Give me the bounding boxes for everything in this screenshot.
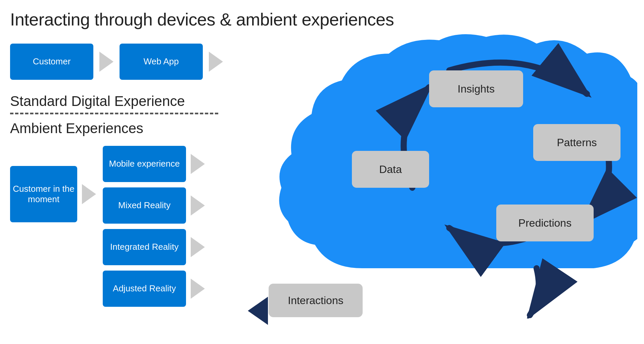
mobile-button[interactable]: Mobile experience	[103, 146, 186, 182]
adjusted-row: Adjusted Reality	[103, 271, 205, 307]
data-box: Data	[352, 151, 429, 188]
standard-digital-label: Standard Digital Experience	[10, 93, 245, 109]
page-title: Interacting through devices & ambient ex…	[10, 9, 394, 30]
mixed-reality-button[interactable]: Mixed Reality	[103, 187, 186, 224]
arrow-integrated	[191, 237, 205, 257]
ambient-experiences-label: Ambient Experiences	[10, 120, 245, 136]
arrow-mixed	[191, 195, 205, 216]
predictions-box: Predictions	[496, 205, 594, 241]
arrow-webapp-to-cloud	[209, 52, 223, 72]
customer-button[interactable]: Customer	[10, 44, 93, 80]
insights-box: Insights	[429, 70, 523, 107]
divider-line	[10, 113, 218, 114]
customer-moment-col: Customer in the moment	[10, 166, 96, 222]
arrow-cloud-to-interactions	[530, 268, 539, 315]
arrow-customer-to-webapp	[99, 52, 113, 72]
integrated-row: Integrated Reality	[103, 229, 205, 265]
standard-digital-row: Customer Web App	[10, 44, 245, 80]
ambient-area: Customer in the moment Mobile experience…	[10, 146, 245, 307]
arrow-adjusted	[191, 279, 205, 299]
arrow-to-interactions	[248, 297, 268, 325]
mixed-row: Mixed Reality	[103, 187, 205, 224]
left-panel: Customer Web App Standard Digital Experi…	[10, 44, 245, 307]
webapp-button[interactable]: Web App	[120, 44, 203, 80]
patterns-box: Patterns	[533, 124, 620, 161]
arrow-mobile	[191, 154, 205, 174]
integrated-reality-button[interactable]: Integrated Reality	[103, 229, 186, 265]
customer-moment-button[interactable]: Customer in the moment	[10, 166, 77, 222]
adjusted-reality-button[interactable]: Adjusted Reality	[103, 271, 186, 307]
mobile-row: Mobile experience	[103, 146, 205, 182]
experience-buttons-col: Mobile experience Mixed Reality Integrat…	[103, 146, 205, 307]
interactions-arrow-area	[248, 297, 268, 325]
arrow-moment	[82, 184, 96, 204]
cloud-diagram: Insights Patterns Predictions Data	[268, 27, 637, 319]
